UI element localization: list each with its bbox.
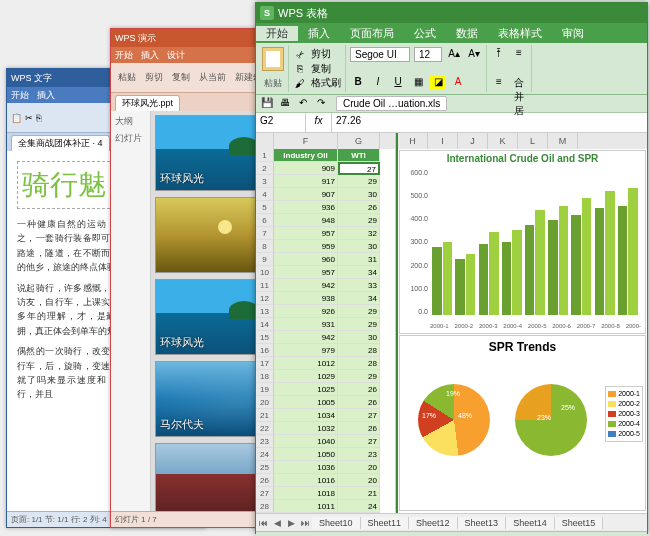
col-header[interactable]: K — [488, 133, 518, 149]
table-row[interactable]: 795732 — [256, 227, 395, 240]
table-row[interactable]: 1594230 — [256, 331, 395, 344]
menu-item[interactable]: 数据 — [446, 26, 488, 41]
decrease-font-icon[interactable]: A▾ — [466, 48, 482, 62]
print-icon[interactable]: 🖶 — [278, 97, 292, 111]
col-header-G[interactable]: G — [338, 133, 380, 149]
fontcolor-button[interactable]: A — [450, 76, 466, 90]
tab-nav-next-icon[interactable]: ▶ — [284, 518, 298, 528]
document-tab[interactable]: 环球风光.ppt — [115, 95, 180, 111]
table-row[interactable]: 1095734 — [256, 266, 395, 279]
table-row[interactable]: 24105023 — [256, 448, 395, 461]
table-row[interactable]: 1493129 — [256, 318, 395, 331]
sheet-tab[interactable]: Sheet15 — [555, 517, 604, 529]
align-top-icon[interactable]: ⭱ — [491, 47, 507, 61]
paste-button[interactable]: 粘贴 — [115, 69, 139, 86]
col-header[interactable]: M — [548, 133, 578, 149]
border-button[interactable]: ▦ — [410, 76, 426, 90]
table-row[interactable]: 593626 — [256, 201, 395, 214]
cut-icon[interactable]: ✂ — [25, 113, 33, 123]
cut-button[interactable]: 剪切 — [142, 69, 166, 86]
paste-icon[interactable]: 📋 — [11, 113, 22, 123]
tab-nav-prev-icon[interactable]: ◀ — [270, 518, 284, 528]
menu-item[interactable]: 设计 — [167, 49, 185, 62]
table-row[interactable]: 996031 — [256, 253, 395, 266]
menu-item-active[interactable]: 开始 — [256, 26, 298, 41]
undo-icon[interactable]: ↶ — [296, 97, 310, 111]
menu-item[interactable]: 页面布局 — [340, 26, 404, 41]
table-row[interactable]: 25103620 — [256, 461, 395, 474]
pie-chart[interactable]: SPR Trends 48% 19% 17% 23% 25% 2000-1200… — [399, 335, 646, 511]
from-current-button[interactable]: 从当前 — [196, 69, 229, 86]
table-row[interactable]: 28101124 — [256, 500, 395, 513]
sheet-tab[interactable]: Sheet14 — [506, 517, 555, 529]
table-row[interactable]: 290927 — [256, 162, 395, 175]
formula-input[interactable]: 27.26 — [332, 113, 647, 132]
table-row[interactable]: 1392629 — [256, 305, 395, 318]
cut-label[interactable]: 剪切 — [311, 47, 331, 61]
bold-button[interactable]: B — [350, 76, 366, 90]
table-row[interactable]: 391729 — [256, 175, 395, 188]
sheet-tab[interactable]: Sheet13 — [458, 517, 507, 529]
sheet-tab[interactable]: Sheet12 — [409, 517, 458, 529]
col-header[interactable]: J — [458, 133, 488, 149]
col-header[interactable]: L — [518, 133, 548, 149]
table-row[interactable]: 490730 — [256, 188, 395, 201]
table-row[interactable]: 26101620 — [256, 474, 395, 487]
table-row[interactable]: 19102526 — [256, 383, 395, 396]
table-row[interactable]: 1194233 — [256, 279, 395, 292]
merge-button[interactable]: 合并居 — [511, 76, 527, 90]
slides-label[interactable]: 幻灯片 — [113, 130, 148, 147]
col-header-F[interactable]: F — [274, 133, 338, 149]
col-header[interactable]: I — [428, 133, 458, 149]
table-row[interactable]: 23104027 — [256, 435, 395, 448]
table-row[interactable]: 1697928 — [256, 344, 395, 357]
data-grid[interactable]: F G 1Industry OilWTI29092739172949073059… — [256, 133, 396, 513]
font-selector[interactable]: Segoe UI — [350, 47, 410, 62]
menu-item[interactable]: 插入 — [37, 89, 55, 102]
table-row[interactable]: 1293834 — [256, 292, 395, 305]
tab-nav-last-icon[interactable]: ⏭ — [298, 518, 312, 528]
menu-item[interactable]: 表格样式 — [488, 26, 552, 41]
table-row[interactable]: 27101821 — [256, 487, 395, 500]
outline-label[interactable]: 大纲 — [113, 113, 148, 130]
menu-item[interactable]: 开始 — [115, 49, 133, 62]
col-header[interactable]: H — [398, 133, 428, 149]
menu-item[interactable]: 公式 — [404, 26, 446, 41]
table-row[interactable]: 21103427 — [256, 409, 395, 422]
menu-item[interactable]: 开始 — [11, 89, 29, 102]
fontsize-selector[interactable]: 12 — [414, 47, 442, 62]
table-row[interactable]: 18102929 — [256, 370, 395, 383]
paste-icon[interactable] — [262, 47, 284, 71]
formatpainter-icon[interactable]: 🖌 — [293, 76, 307, 90]
table-row[interactable]: 895930 — [256, 240, 395, 253]
bar-chart[interactable]: International Crude Oil and SPR 600.0500… — [399, 150, 646, 334]
sheet-titlebar[interactable]: S WPS 表格 — [256, 3, 647, 23]
table-row[interactable]: 20100526 — [256, 396, 395, 409]
menu-item[interactable]: 插入 — [141, 49, 159, 62]
table-row[interactable]: 22103226 — [256, 422, 395, 435]
document-name-tab[interactable]: Crude Oil …uation.xls — [336, 96, 447, 111]
table-row[interactable]: 17101228 — [256, 357, 395, 370]
menu-item[interactable]: 审阅 — [552, 26, 594, 41]
tab-nav-first-icon[interactable]: ⏮ — [256, 518, 270, 528]
copy-icon[interactable]: ⎘ — [36, 113, 41, 123]
align-left-icon[interactable]: ≡ — [491, 76, 507, 90]
italic-button[interactable]: I — [370, 76, 386, 90]
document-tab[interactable]: 全集商战团体补正 · 4 — [11, 135, 110, 151]
copy-button[interactable]: 复制 — [169, 69, 193, 86]
align-mid-icon[interactable]: ≡ — [511, 47, 527, 61]
sheet-tab[interactable]: Sheet11 — [361, 517, 410, 529]
increase-font-icon[interactable]: A▴ — [446, 48, 462, 62]
underline-button[interactable]: U — [390, 76, 406, 90]
menu-item[interactable]: 插入 — [298, 26, 340, 41]
select-all-corner[interactable] — [256, 133, 274, 149]
data-body[interactable]: 1Industry OilWTI290927391729490730593626… — [256, 149, 395, 513]
copy-label[interactable]: 复制 — [311, 62, 331, 76]
table-row[interactable]: 694829 — [256, 214, 395, 227]
outline-pane[interactable]: 大纲 幻灯片 — [111, 111, 151, 511]
redo-icon[interactable]: ↷ — [314, 97, 328, 111]
formatpainter-label[interactable]: 格式刷 — [311, 76, 341, 90]
fillcolor-button[interactable]: ◪ — [430, 76, 446, 90]
fx-icon[interactable]: fx — [306, 113, 332, 132]
save-icon[interactable]: 💾 — [260, 97, 274, 111]
